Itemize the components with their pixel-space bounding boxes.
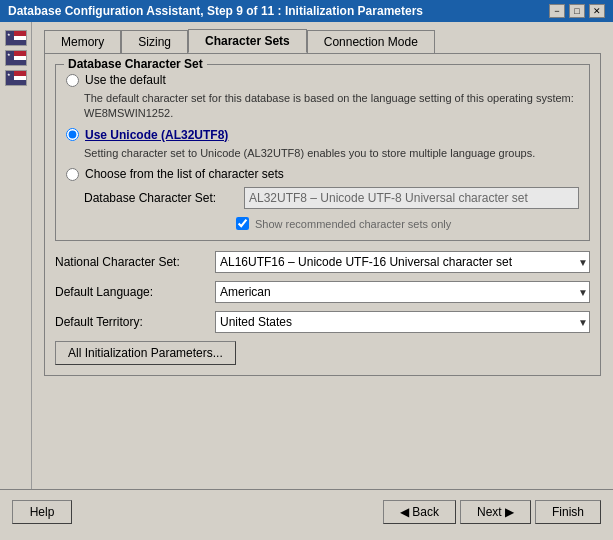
- national-charset-label: National Character Set:: [55, 255, 215, 269]
- flag-icon-1: ★: [5, 30, 27, 46]
- tab-connection-mode[interactable]: Connection Mode: [307, 30, 435, 53]
- use-unicode-radio[interactable]: [66, 128, 79, 141]
- use-unicode-label[interactable]: Use Unicode (AL32UTF8): [85, 128, 228, 142]
- use-default-desc: The default character set for this datab…: [84, 91, 579, 122]
- database-character-set-group: Database Character Set Use the default T…: [55, 64, 590, 241]
- use-unicode-desc: Setting character set to Unicode (AL32UT…: [84, 146, 579, 161]
- tab-content: Database Character Set Use the default T…: [44, 53, 601, 376]
- all-init-params-button[interactable]: All Initialization Parameters...: [55, 341, 236, 365]
- default-territory-label: Default Territory:: [55, 315, 215, 329]
- tab-bar: Memory Sizing Character Sets Connection …: [44, 30, 601, 53]
- tab-character-sets[interactable]: Character Sets: [188, 29, 307, 53]
- default-territory-select-wrapper[interactable]: United States ▼: [215, 311, 590, 333]
- national-charset-select-wrapper[interactable]: AL16UTF16 – Unicode UTF-16 Universal cha…: [215, 251, 590, 273]
- show-recommended-label[interactable]: Show recommended character sets only: [255, 218, 451, 230]
- show-recommended-checkbox[interactable]: [236, 217, 249, 230]
- use-default-radio[interactable]: [66, 74, 79, 87]
- use-default-label[interactable]: Use the default: [85, 73, 166, 87]
- flag-icon-2: ★: [5, 50, 27, 66]
- back-button[interactable]: ◀ Back: [383, 500, 456, 524]
- choose-from-list-label[interactable]: Choose from the list of character sets: [85, 167, 284, 181]
- default-territory-select[interactable]: United States: [215, 311, 590, 333]
- group-title: Database Character Set: [64, 57, 207, 71]
- choose-from-list-radio[interactable]: [66, 168, 79, 181]
- bottom-bar: Help ◀ Back Next ▶ Finish: [0, 489, 613, 534]
- default-territory-row: Default Territory: United States ▼: [55, 311, 590, 333]
- national-charset-select[interactable]: AL16UTF16 – Unicode UTF-16 Universal cha…: [215, 251, 590, 273]
- next-button[interactable]: Next ▶: [460, 500, 531, 524]
- default-language-label: Default Language:: [55, 285, 215, 299]
- minimize-button[interactable]: −: [549, 4, 565, 18]
- default-language-select-wrapper[interactable]: American ▼: [215, 281, 590, 303]
- maximize-button[interactable]: □: [569, 4, 585, 18]
- title-bar: Database Configuration Assistant, Step 9…: [0, 0, 613, 22]
- db-char-set-input: [244, 187, 579, 209]
- help-button[interactable]: Help: [12, 500, 72, 524]
- default-language-row: Default Language: American ▼: [55, 281, 590, 303]
- finish-button[interactable]: Finish: [535, 500, 601, 524]
- national-charset-row: National Character Set: AL16UTF16 – Unic…: [55, 251, 590, 273]
- default-language-select[interactable]: American: [215, 281, 590, 303]
- flag-icon-3: ★: [5, 70, 27, 86]
- db-char-set-label: Database Character Set:: [84, 191, 244, 205]
- nav-group: ◀ Back Next ▶ Finish: [383, 500, 601, 524]
- tab-sizing[interactable]: Sizing: [121, 30, 188, 53]
- close-button[interactable]: ✕: [589, 4, 605, 18]
- tab-memory[interactable]: Memory: [44, 30, 121, 53]
- window-title: Database Configuration Assistant, Step 9…: [8, 4, 423, 18]
